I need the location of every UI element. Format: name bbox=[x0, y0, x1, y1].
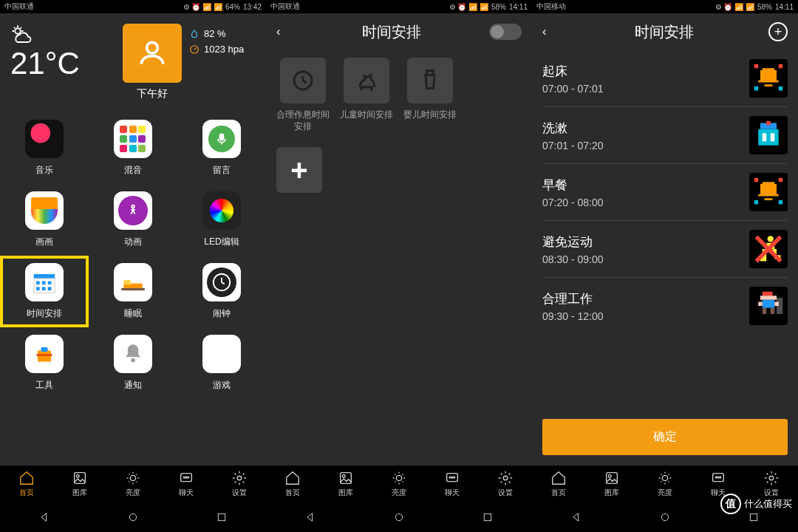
svg-point-1 bbox=[147, 42, 158, 53]
recent-icon[interactable] bbox=[216, 511, 228, 523]
svg-rect-65 bbox=[760, 296, 777, 300]
app-label: 睡眠 bbox=[124, 307, 142, 320]
svg-rect-44 bbox=[754, 64, 759, 69]
pixel-icon bbox=[749, 230, 788, 268]
tab-1[interactable]: 图库 bbox=[72, 470, 88, 498]
list-item[interactable]: 合理工作09:30 - 12:00 bbox=[542, 278, 788, 334]
template-item[interactable]: 婴儿时间安排 bbox=[403, 58, 457, 132]
pixel-icon bbox=[749, 287, 788, 325]
weather-icon bbox=[10, 24, 33, 46]
tab-1[interactable]: 图库 bbox=[604, 470, 620, 498]
toggle-switch[interactable] bbox=[489, 24, 522, 40]
svg-rect-19 bbox=[37, 354, 52, 356]
bottom-tabs: 首页图库亮度聊天设置 bbox=[0, 466, 266, 502]
svg-rect-72 bbox=[607, 473, 618, 484]
svg-rect-67 bbox=[758, 302, 763, 307]
list-item[interactable]: 洗漱07:01 - 07:20 bbox=[542, 107, 788, 164]
app-mix[interactable]: 混音 bbox=[89, 112, 177, 184]
greeting: 下午好 bbox=[123, 87, 182, 100]
svg-point-25 bbox=[183, 477, 185, 478]
svg-point-23 bbox=[130, 475, 135, 480]
app-sleep[interactable]: 睡眠 bbox=[89, 256, 177, 327]
svg-rect-8 bbox=[42, 281, 46, 284]
svg-point-4 bbox=[132, 205, 134, 208]
app-label: 时间安排 bbox=[27, 307, 62, 320]
svg-rect-71 bbox=[777, 298, 782, 314]
schedule-list-pane: 中国移动 ⚙ ⏰ 📶 📶58%14:11 ‹ 时间安排 + 起床07:00 - … bbox=[532, 0, 798, 532]
app-music[interactable]: 音乐 bbox=[0, 112, 89, 184]
app-label: 混音 bbox=[124, 164, 142, 177]
app-game[interactable]: 游戏 bbox=[177, 327, 266, 399]
recent-icon[interactable] bbox=[482, 511, 494, 523]
topbar: ‹ 时间安排 + bbox=[532, 13, 798, 50]
svg-point-77 bbox=[717, 477, 719, 478]
svg-rect-52 bbox=[771, 133, 775, 141]
svg-point-76 bbox=[715, 477, 717, 478]
svg-rect-14 bbox=[123, 280, 131, 284]
weather-header: 21°C 下午好 82 % 1023 hpa bbox=[0, 13, 266, 105]
pixel-icon bbox=[749, 59, 788, 98]
home-icon[interactable] bbox=[393, 511, 405, 523]
add-button[interactable]: + bbox=[768, 22, 788, 41]
svg-point-60 bbox=[768, 236, 774, 242]
svg-point-28 bbox=[237, 476, 242, 480]
svg-rect-3 bbox=[219, 134, 225, 141]
svg-rect-56 bbox=[779, 178, 783, 183]
tab-1[interactable]: 图库 bbox=[338, 470, 354, 498]
app-msg[interactable]: 留言 bbox=[177, 112, 266, 184]
svg-rect-5 bbox=[34, 274, 55, 279]
home-icon[interactable] bbox=[127, 511, 139, 523]
app-tool[interactable]: 工具 bbox=[0, 327, 89, 399]
app-label: 通知 bbox=[124, 379, 142, 392]
svg-point-39 bbox=[454, 477, 455, 478]
tab-4[interactable]: 设置 bbox=[497, 470, 514, 498]
app-anim[interactable]: 动画 bbox=[89, 184, 177, 256]
svg-point-40 bbox=[503, 476, 508, 480]
svg-point-22 bbox=[76, 474, 79, 477]
back-icon[interactable] bbox=[304, 511, 316, 523]
app-clock[interactable]: 闹钟 bbox=[177, 256, 266, 327]
template-item[interactable]: 合理作息时间安排 bbox=[276, 58, 330, 132]
svg-rect-46 bbox=[754, 86, 759, 91]
avatar[interactable] bbox=[123, 24, 182, 83]
back-button[interactable]: ‹ bbox=[542, 25, 560, 38]
back-button[interactable]: ‹ bbox=[276, 25, 294, 38]
app-label: 画画 bbox=[35, 236, 53, 248]
list-item[interactable]: 避免运动08:30 - 09:00 bbox=[542, 221, 788, 278]
watermark: 值什么值得买 bbox=[720, 494, 792, 514]
app-led[interactable]: LED编辑 bbox=[177, 184, 266, 256]
tab-4[interactable]: 设置 bbox=[231, 470, 248, 498]
tab-3[interactable]: 聊天 bbox=[178, 470, 194, 498]
app-paint[interactable]: 画画 bbox=[0, 184, 89, 256]
list-item[interactable]: 早餐07:20 - 08:00 bbox=[542, 164, 788, 221]
home-icon[interactable] bbox=[659, 511, 671, 523]
svg-rect-9 bbox=[48, 281, 52, 284]
svg-rect-45 bbox=[779, 64, 783, 69]
tab-0[interactable]: 首页 bbox=[284, 470, 301, 498]
svg-rect-66 bbox=[763, 300, 775, 308]
app-cal[interactable]: 时间安排 bbox=[0, 256, 89, 327]
tab-0[interactable]: 首页 bbox=[550, 470, 567, 498]
status-bar: 中国联通 ⚙ ⏰ 📶 📶64%13:42 bbox=[0, 0, 266, 13]
svg-point-80 bbox=[661, 514, 668, 520]
list-item[interactable]: 起床07:00 - 07:01 bbox=[542, 50, 788, 107]
svg-point-26 bbox=[185, 477, 187, 478]
confirm-button[interactable]: 确定 bbox=[542, 419, 788, 455]
add-template-button[interactable]: + bbox=[276, 147, 322, 193]
tab-3[interactable]: 聊天 bbox=[444, 470, 460, 498]
app-bell[interactable]: 通知 bbox=[89, 327, 177, 399]
svg-rect-81 bbox=[750, 514, 757, 520]
svg-rect-70 bbox=[771, 308, 775, 314]
svg-rect-33 bbox=[341, 473, 352, 484]
tab-2[interactable]: 亮度 bbox=[125, 470, 141, 498]
tab-2[interactable]: 亮度 bbox=[391, 470, 407, 498]
svg-rect-18 bbox=[41, 347, 48, 352]
tab-0[interactable]: 首页 bbox=[18, 470, 35, 498]
template-item[interactable]: 儿童时间安排 bbox=[340, 58, 393, 132]
back-icon[interactable] bbox=[570, 511, 582, 523]
back-icon[interactable] bbox=[38, 511, 50, 523]
svg-rect-58 bbox=[779, 200, 783, 205]
pixel-icon bbox=[749, 116, 788, 154]
tab-2[interactable]: 亮度 bbox=[657, 470, 673, 498]
svg-point-79 bbox=[769, 476, 774, 480]
